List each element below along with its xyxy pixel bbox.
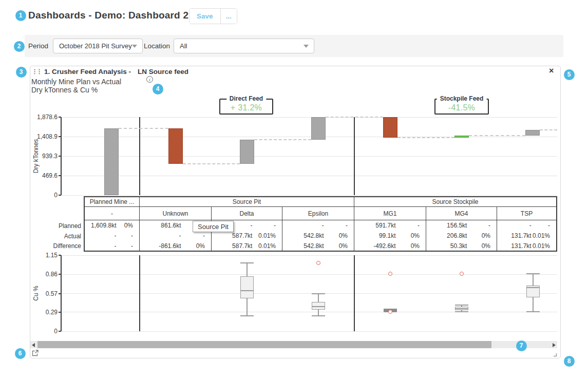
chart-section-divider [139, 255, 140, 331]
waterfall-bar-mg4[interactable] [454, 136, 469, 138]
table-col-header-: - [85, 207, 140, 220]
boxplot-stem-epsilon [318, 294, 319, 302]
tick-label: 0.57 [26, 290, 58, 297]
gridline [62, 293, 557, 294]
table-cell-actual-tsp: 131.7kt0.01% [497, 231, 556, 241]
table-cell-difference-tsp: 131.7kt0.01% [497, 241, 556, 251]
gridline [62, 176, 557, 176]
cell-grade: 0% [324, 242, 354, 250]
location-dropdown[interactable]: All [174, 39, 314, 53]
cell-tonnes: 591.7kt [354, 222, 396, 229]
stockpile-feed-badge: Stockpile Feed -41.5% [434, 99, 489, 115]
table-col-header-tsp: TSP [497, 207, 556, 220]
boxplot-outlier-mg1[interactable] [388, 272, 392, 276]
waterfall-bar-delta[interactable] [240, 140, 254, 164]
table-cell-difference-mg4: 50.3kt0% [426, 241, 497, 251]
period-dropdown[interactable]: October 2018 Pit Survey [53, 39, 143, 53]
boxplot-median-delta [240, 290, 254, 291]
waterfall-bar-planned-mine[interactable] [104, 128, 119, 195]
table-group-header-source-pit: Source Pit [140, 197, 354, 207]
gridline [62, 274, 557, 275]
annotation-badge-3: 3 [16, 67, 27, 78]
tick-label: 939.3 [26, 153, 58, 160]
close-icon[interactable]: × [549, 67, 554, 75]
table-cell-planned-mg4: 156.5kt- [426, 220, 497, 231]
table-cell-planned-tsp: -- [497, 220, 556, 231]
cell-tonnes: 542.8kt [282, 242, 324, 250]
direct-feed-badge: Direct Feed + 31.2% [219, 99, 273, 115]
scroll-left-button[interactable] [30, 341, 37, 348]
gridline [62, 255, 557, 256]
waterfall-bar-unknown[interactable] [168, 128, 183, 164]
resize-handle-icon[interactable] [552, 352, 557, 357]
stockpile-feed-label: Stockpile Feed [437, 95, 487, 102]
waterfall-bar-epsilon[interactable] [311, 117, 326, 140]
row-label-actual: Actual [41, 233, 81, 240]
chart-section-divider [139, 117, 140, 195]
boxplot-cap-epsilon [312, 293, 325, 294]
boxplot-median-tsp [526, 287, 540, 288]
chart-subtitle-line2: Dry kTonnes & Cu % [31, 86, 98, 94]
boxplot-median-mg4 [455, 308, 468, 309]
save-button[interactable]: Save [189, 9, 220, 24]
waterfall-bar-mg1[interactable] [383, 117, 397, 138]
boxplot-cap-epsilon [312, 315, 325, 316]
cell-tonnes: - [85, 232, 116, 239]
open-external-icon[interactable] [31, 349, 39, 357]
table-col-header-epsilon: Epsilon [282, 207, 354, 220]
scrollbar-thumb[interactable] [37, 341, 491, 348]
boxplot-stem-tsp [533, 274, 534, 286]
boxplot-cap-tsp [526, 273, 540, 274]
cell-grade: 0% [467, 242, 497, 250]
scroll-right-button[interactable] [550, 341, 557, 348]
gridline [62, 137, 557, 137]
period-label: Period [28, 42, 48, 50]
tick-label: 469.6 [26, 172, 58, 179]
annotation-badge-4: 4 [153, 84, 163, 94]
cell-tonnes: 587.7kt [212, 232, 252, 239]
page-title: Dashboards - Demo: Dashboard 2 [28, 10, 188, 21]
tick-label: 1,408.9 [26, 133, 58, 140]
boxplot-outlier-mg4[interactable] [460, 272, 464, 276]
cell-grade: - [252, 222, 282, 229]
horizontal-scrollbar[interactable] [30, 341, 557, 348]
chart-subtitle-line1: Monthly Mine Plan vs Actual [31, 78, 121, 86]
more-button[interactable]: ... [220, 9, 237, 24]
waterfall-connector [254, 139, 311, 140]
chart-section-divider [354, 117, 355, 195]
cell-grade: 0% [396, 242, 426, 250]
chevron-down-icon [132, 45, 137, 48]
cell-grade: 0% [396, 232, 426, 239]
drag-handle-icon[interactable]: ⋮⋮ [32, 68, 41, 75]
tick-label: 0.29 [26, 309, 58, 316]
table-cell-actual-: -- [85, 231, 140, 241]
location-value: All [180, 42, 187, 50]
table-cell-actual-mg4: 206.8kt0% [426, 231, 497, 241]
info-icon[interactable]: i [146, 76, 153, 83]
cell-tonnes: 131.7kt [497, 242, 532, 250]
y-axis-line [61, 117, 62, 195]
boxplot-outlier-mg1[interactable] [388, 310, 392, 314]
widget-title: 1. Crusher Feed Analysis - [44, 68, 131, 75]
waterfall-bar-tsp[interactable] [525, 130, 540, 136]
gridline [62, 312, 557, 312]
chevron-down-icon [304, 45, 309, 48]
waterfall-connector [326, 117, 383, 118]
cell-grade: 0% [324, 232, 354, 239]
cell-grade: 0.01% [252, 232, 282, 239]
boxplot-cap-delta [240, 315, 254, 316]
annotation-badge-8: 8 [564, 356, 575, 367]
boxplot-cap-tsp [526, 311, 540, 312]
boxplot-box-delta[interactable] [240, 276, 254, 298]
boxplot-cap-delta [240, 262, 254, 263]
dashboard-page: Dashboards - Demo: Dashboard 2 Save ... … [0, 0, 588, 379]
save-button-group: Save ... [189, 8, 237, 24]
cell-grade: - [116, 232, 139, 239]
table-cell-actual-mg1: 99.1kt0% [354, 231, 426, 241]
direct-feed-label: Direct Feed [226, 95, 266, 102]
cell-grade: 0.01% [532, 232, 556, 239]
boxplot-cap-mg4 [455, 311, 468, 312]
table-group-header-planned-mine: Planned Mine ... [85, 197, 140, 207]
table-col-header-delta: Delta [212, 207, 282, 220]
annotation-badge-5: 5 [564, 69, 575, 80]
